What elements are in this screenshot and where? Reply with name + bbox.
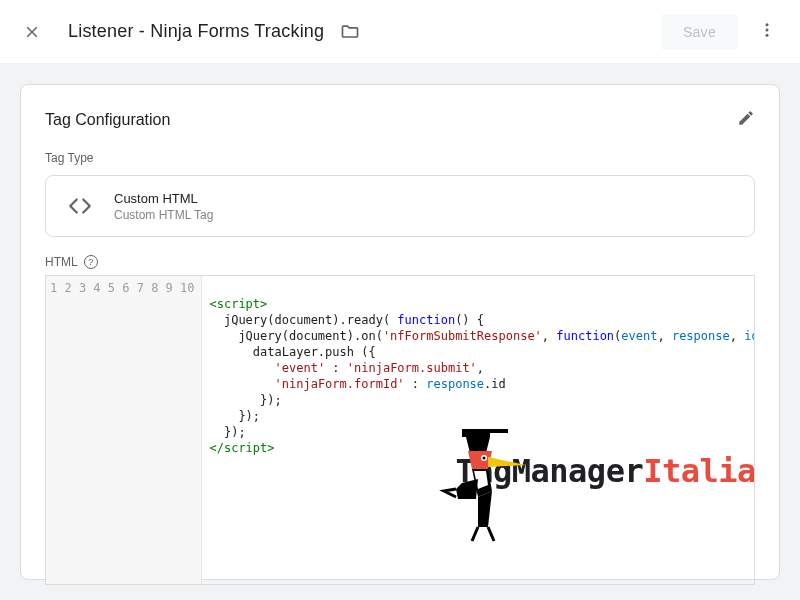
- close-button[interactable]: [20, 20, 44, 44]
- tag-type-subtitle: Custom HTML Tag: [114, 208, 213, 222]
- svg-rect-4: [482, 429, 508, 433]
- pencil-icon: [737, 109, 755, 127]
- tag-type-label: Tag Type: [45, 151, 755, 165]
- code-icon: [64, 190, 96, 222]
- svg-point-0: [766, 23, 769, 26]
- save-button[interactable]: Save: [661, 14, 738, 50]
- watermark-logo: TagManagerItalia: [352, 411, 755, 531]
- tag-config-card: Tag Configuration Tag Type Custom HTML C…: [20, 84, 780, 580]
- topbar: Listener - Ninja Forms Tracking Save: [0, 0, 800, 64]
- svg-point-6: [483, 457, 486, 460]
- stage: Tag Configuration Tag Type Custom HTML C…: [0, 64, 800, 600]
- svg-point-1: [766, 28, 769, 31]
- editor-code[interactable]: <script> jQuery(document).ready( functio…: [202, 276, 755, 584]
- tag-type-selector[interactable]: Custom HTML Custom HTML Tag: [45, 175, 755, 237]
- tag-type-name: Custom HTML: [114, 191, 213, 206]
- edit-button[interactable]: [737, 109, 755, 131]
- folder-icon[interactable]: [340, 22, 360, 42]
- more-vert-icon: [758, 21, 776, 39]
- html-field-label: HTML: [45, 255, 78, 269]
- svg-point-2: [766, 33, 769, 36]
- close-icon: [23, 23, 41, 41]
- page-title[interactable]: Listener - Ninja Forms Tracking: [68, 21, 324, 42]
- card-title: Tag Configuration: [45, 111, 170, 129]
- editor-gutter: 1 2 3 4 5 6 7 8 9 10: [46, 276, 202, 584]
- more-menu-button[interactable]: [754, 17, 780, 47]
- woodpecker-icon: [352, 411, 462, 531]
- html-editor[interactable]: 1 2 3 4 5 6 7 8 9 10 <script> jQuery(doc…: [45, 275, 755, 585]
- help-icon[interactable]: ?: [84, 255, 98, 269]
